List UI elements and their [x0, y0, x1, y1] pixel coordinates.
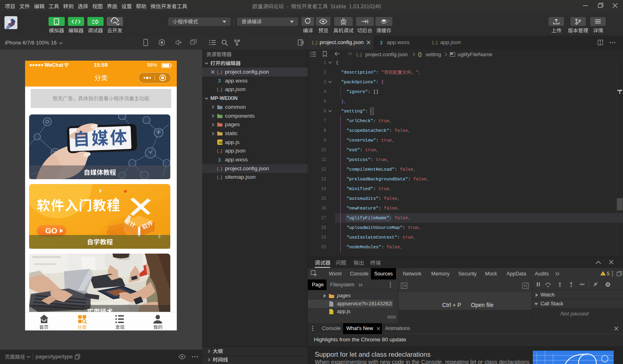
svg-text:JS: JS	[218, 141, 222, 144]
svg-text:{..}: {..}	[312, 40, 318, 45]
svg-text:3: 3	[218, 78, 221, 83]
svg-text:{..}: {..}	[217, 166, 222, 171]
svg-text:{..}: {..}	[217, 148, 222, 153]
svg-text:3: 3	[380, 40, 383, 45]
svg-text:{..}: {..}	[217, 70, 222, 74]
svg-text:3: 3	[218, 157, 221, 163]
svg-text:!: !	[602, 272, 603, 276]
svg-text:{..}: {..}	[432, 40, 438, 45]
svg-text:{..}: {..}	[217, 175, 222, 180]
svg-text:{..}: {..}	[356, 52, 362, 57]
svg-text:{..}: {..}	[217, 87, 222, 92]
